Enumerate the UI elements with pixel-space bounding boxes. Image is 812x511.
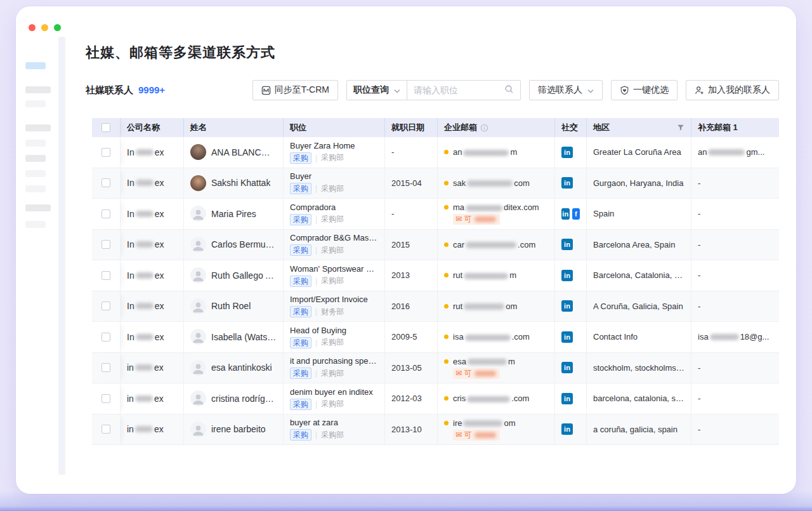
row-checkbox[interactable] <box>102 148 110 157</box>
contact-name: Sakshi Khattak <box>211 178 270 188</box>
facebook-icon[interactable]: f <box>572 208 580 220</box>
department-label: 采购部 <box>321 337 344 348</box>
sidebar-item[interactable] <box>25 221 46 228</box>
row-checkbox[interactable] <box>102 425 110 434</box>
company-email-cell: sakcom <box>438 168 555 199</box>
role-tag: 采购 <box>290 368 311 379</box>
company-cell: inex <box>121 383 184 414</box>
row-select-cell <box>92 291 121 322</box>
position-title: Buyer <box>290 171 378 181</box>
position-title: denim buyer en inditex <box>290 387 378 397</box>
sidebar-item[interactable] <box>25 86 51 93</box>
filter-funnel-icon[interactable] <box>677 124 684 131</box>
linkedin-icon[interactable]: in <box>561 331 573 343</box>
hire-date-cell: 2015-04 <box>385 168 438 199</box>
extra-email-cell: - <box>691 353 779 383</box>
email-status-dot <box>444 421 449 425</box>
email-text: cris.com <box>453 394 529 403</box>
linkedin-icon[interactable]: in <box>561 362 573 373</box>
sidebar-item[interactable] <box>25 124 51 131</box>
sidebar-item[interactable] <box>25 100 46 107</box>
position-cell: Head of Buying 采购|采购部 <box>284 322 385 352</box>
linkedin-icon[interactable]: in <box>561 239 573 250</box>
select-all-checkbox[interactable] <box>102 123 110 132</box>
position-title: Compradora <box>290 202 378 212</box>
role-tag: 采购 <box>290 275 311 287</box>
sidebar-item[interactable] <box>25 170 46 177</box>
linkedin-icon[interactable]: in <box>561 300 573 312</box>
row-checkbox[interactable] <box>102 178 110 187</box>
crm-logo-icon <box>261 86 271 95</box>
redacted-text <box>463 420 502 427</box>
social-cell: in <box>555 260 587 291</box>
row-checkbox[interactable] <box>102 333 110 342</box>
close-window-button[interactable] <box>29 24 36 31</box>
minimize-window-button[interactable] <box>41 24 48 31</box>
add-to-my-contacts-button[interactable]: 加入我的联系人 <box>686 80 779 100</box>
email-status-dot <box>444 181 449 185</box>
linkedin-icon[interactable]: in <box>561 147 573 158</box>
info-icon[interactable] <box>480 124 488 132</box>
row-checkbox[interactable] <box>102 363 110 372</box>
redacted-text <box>467 396 510 402</box>
company-cell: inex <box>121 415 184 445</box>
position-title: Buyer Zara Home <box>290 141 378 150</box>
zoom-window-button[interactable] <box>54 24 61 31</box>
one-click-optimize-label: 一键优选 <box>633 84 669 96</box>
company-email-cell: rutm <box>438 260 555 291</box>
header-name: 姓名 <box>184 118 284 137</box>
table-row: Inex Sakshi Khattak Buyer 采购|采购部 2015-04… <box>92 168 779 199</box>
extra-email-cell: - <box>691 383 779 414</box>
chevron-down-icon <box>394 85 400 95</box>
table-row: Inex Ruth Gallego Agulló Woman' Sportswe… <box>92 260 779 291</box>
row-select-cell <box>92 230 121 260</box>
sidebar-item[interactable] <box>25 204 51 211</box>
search-icon[interactable] <box>504 84 514 96</box>
contact-name: esa kantinkoski <box>211 362 272 373</box>
position-query-dropdown[interactable]: 职位查询 <box>347 84 407 96</box>
role-tag: 采购 <box>290 306 311 317</box>
table-row: Inex Ruth Roel Import/Export Invoice 采购|… <box>92 291 779 322</box>
social-cell: in <box>555 137 587 168</box>
email-text: car.com <box>453 240 535 249</box>
row-checkbox[interactable] <box>102 209 110 218</box>
redacted-text <box>136 180 154 186</box>
position-search-input[interactable] <box>414 85 501 95</box>
sidebar-item-active[interactable] <box>25 62 46 69</box>
avatar <box>190 237 206 253</box>
row-checkbox[interactable] <box>102 240 110 249</box>
social-cell: in <box>555 415 587 445</box>
linkedin-icon[interactable]: in <box>561 208 570 220</box>
linkedin-icon[interactable]: in <box>561 423 573 435</box>
toolbar: 社媒联系人 9999+ 同步至T-CRM 职位查询 <box>86 80 779 100</box>
position-cell: Buyer 采购|采购部 <box>284 168 385 199</box>
row-checkbox[interactable] <box>102 394 110 403</box>
linkedin-icon[interactable]: in <box>561 393 573 404</box>
sidebar-item[interactable] <box>25 185 46 192</box>
reachable-tag: ✉ 可 <box>453 368 500 379</box>
row-select-cell <box>92 383 121 414</box>
redacted-text <box>467 180 513 187</box>
sidebar-item[interactable] <box>25 140 46 147</box>
position-cell: denim buyer en inditex 采购|采购部 <box>284 383 385 414</box>
row-checkbox[interactable] <box>102 271 110 280</box>
redacted-text <box>708 149 745 156</box>
sync-to-crm-button[interactable]: 同步至T-CRM <box>252 80 338 100</box>
row-select-cell <box>92 199 121 229</box>
redacted-text <box>464 273 508 279</box>
filter-contacts-button[interactable]: 筛选联系人 <box>529 80 603 100</box>
row-checkbox[interactable] <box>102 302 110 310</box>
position-title: buyer at zara <box>290 418 378 427</box>
linkedin-icon[interactable]: in <box>561 177 573 189</box>
sidebar-item[interactable] <box>25 155 46 162</box>
region-cell: Gurgaon, Haryana, India <box>587 168 691 199</box>
linkedin-icon[interactable]: in <box>561 270 573 281</box>
region-cell: stockholm, stockholms ... <box>587 353 691 383</box>
select-all-cell <box>92 118 121 137</box>
name-cell: Ruth Roel <box>184 291 284 322</box>
one-click-optimize-button[interactable]: 一键优选 <box>611 80 678 100</box>
header-company: 公司名称 <box>121 118 184 137</box>
extra-email-cell: isa18@g... <box>691 322 779 352</box>
avatar <box>190 267 206 283</box>
avatar <box>190 390 206 406</box>
